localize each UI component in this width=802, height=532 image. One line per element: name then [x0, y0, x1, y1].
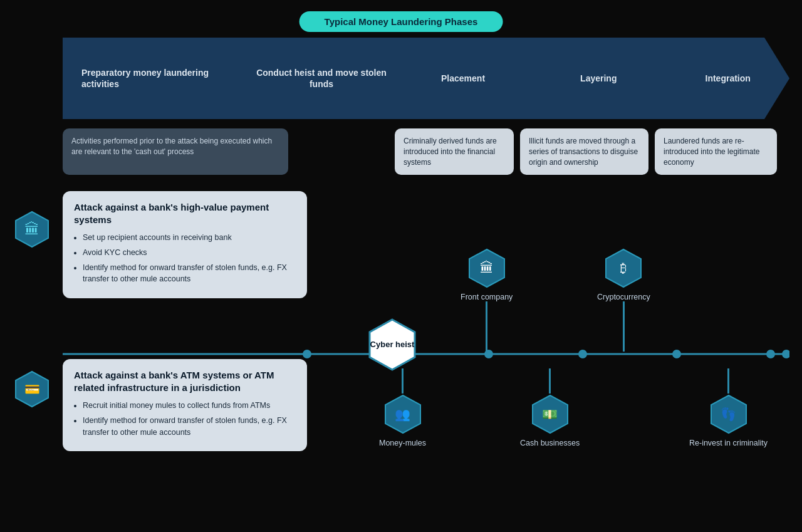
- atm-icon: 💳: [24, 382, 40, 397]
- desc-preparatory: Activities performed prior to the attack…: [63, 128, 288, 175]
- front-company-icon: 🏛: [480, 260, 494, 276]
- mules-icon: 👥: [395, 407, 410, 422]
- desc-placement: Criminally derived funds are introduced …: [395, 128, 514, 175]
- atm-hexagon: 💳: [13, 370, 51, 409]
- atm-bullet-2: Identify method for onward transfer of s…: [83, 415, 296, 439]
- bank-bullet-1: Set up recipient accounts in receiving b…: [83, 232, 296, 244]
- svg-point-7: [672, 350, 681, 358]
- label-conduct: Conduct heist and move stolen funds: [247, 67, 395, 90]
- bank-icon: 🏛: [24, 221, 39, 238]
- reinvest-node: 👣 Re-invest in criminality: [689, 368, 768, 447]
- bank-attack-box: Attack against a bank's high-value payme…: [63, 191, 307, 298]
- label-integration: Integration: [666, 73, 789, 84]
- timeline-svg: [63, 348, 789, 360]
- label-placement: Placement: [395, 73, 531, 84]
- front-company-node: 🏛 Front company: [461, 248, 513, 352]
- atm-attack-box: Attack against a bank's ATM systems or A…: [63, 359, 307, 451]
- arrow-labels: Preparatory money laundering activities …: [63, 38, 789, 119]
- arrow-bar-container: Preparatory money laundering activities …: [63, 38, 789, 119]
- reinvest-icon: 👣: [721, 407, 736, 422]
- crypto-label: Cryptocurrency: [597, 293, 650, 301]
- bank-attack-title: Attack against a bank's high-value payme…: [74, 201, 296, 226]
- bank-bullet-2: Avoid KYC checks: [83, 247, 296, 259]
- atm-icon-container: 💳: [13, 370, 51, 409]
- mules-label: Money-mules: [379, 439, 426, 447]
- svg-point-6: [578, 350, 587, 358]
- top-banner: Typical Money Laundering Phases: [299, 11, 503, 32]
- atm-attack-list: Recruit initial money mules to collect f…: [74, 400, 296, 438]
- cash-label: Cash businesses: [520, 439, 580, 447]
- front-company-label: Front company: [461, 293, 513, 301]
- svg-point-3: [303, 350, 311, 358]
- cyber-heist-node: Cyber heist: [365, 317, 420, 372]
- cash-businesses-node: 💵 Cash businesses: [520, 368, 580, 447]
- label-preparatory: Preparatory money laundering activities: [63, 67, 247, 90]
- bank-icon-container: 🏛: [13, 210, 51, 249]
- bank-hexagon: 🏛: [13, 210, 51, 249]
- cash-icon: 💵: [542, 407, 558, 422]
- money-mules-node: 👥 Money-mules: [379, 368, 426, 447]
- desc-layering: Illicit funds are moved through a series…: [520, 128, 648, 175]
- banner-text: Typical Money Laundering Phases: [325, 16, 478, 27]
- bank-bullet-3: Identify method for onward transfer of s…: [83, 262, 296, 286]
- atm-bullet-1: Recruit initial money mules to collect f…: [83, 400, 296, 412]
- atm-attack-title: Attack against a bank's ATM systems or A…: [74, 369, 296, 394]
- desc-row: Activities performed prior to the attack…: [63, 128, 789, 175]
- crypto-node: ₿ Cryptocurrency: [597, 248, 650, 352]
- svg-point-9: [782, 350, 789, 358]
- cyber-heist-label: Cyber heist: [370, 340, 415, 350]
- reinvest-label: Re-invest in criminality: [689, 439, 768, 447]
- svg-point-8: [766, 350, 775, 358]
- bank-attack-list: Set up recipient accounts in receiving b…: [74, 232, 296, 285]
- desc-integration: Laundered funds are re-introduced into t…: [655, 128, 777, 175]
- crypto-icon: ₿: [620, 261, 627, 276]
- label-layering: Layering: [531, 73, 666, 84]
